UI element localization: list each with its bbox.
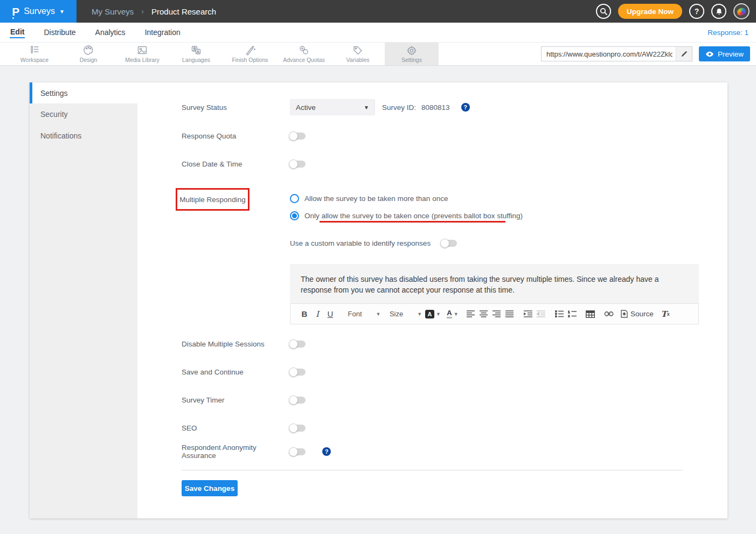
select-caret-icon: ▼ (364, 105, 369, 110)
disable-multiple-sessions-toggle[interactable] (290, 341, 306, 348)
bell-icon (715, 8, 723, 16)
survey-status-label: Survey Status (182, 103, 290, 112)
close-date-toggle[interactable] (290, 161, 306, 168)
save-and-continue-label: Save and Continue (182, 368, 290, 376)
numbered-list-button[interactable]: 12 (566, 307, 579, 321)
custom-variable-toggle[interactable] (441, 240, 457, 247)
close-date-label: Close Date & Time (182, 160, 290, 168)
response-count[interactable]: Response: 1 (708, 29, 748, 37)
toolbar-item-languages[interactable]: Languages (169, 43, 223, 65)
tab-integration[interactable]: Integration (144, 27, 181, 38)
disable-multiple-sessions-row: Disable Multiple Sessions (182, 336, 306, 352)
highlight-icon: A (425, 310, 434, 318)
sidebar-item-security[interactable]: Security (30, 103, 137, 125)
sidebar-item-notifications[interactable]: Notifications (30, 125, 137, 147)
sidebar-rest: Security Notifications (30, 103, 137, 518)
response-quota-label: Response Quota (182, 132, 290, 140)
user-avatar[interactable] (733, 3, 750, 19)
search-button[interactable] (596, 4, 611, 19)
seo-row: SEO (182, 420, 306, 436)
respondent-anonymity-help-icon[interactable]: ? (322, 447, 331, 456)
breadcrumb-parent[interactable]: My Surveys (92, 7, 134, 16)
increase-indent-button[interactable] (522, 307, 535, 321)
align-right-button[interactable] (490, 307, 503, 321)
source-button[interactable]: Source (621, 307, 654, 321)
remove-format-button[interactable]: Tx (659, 307, 672, 321)
survey-url-box (541, 46, 692, 61)
image-icon (136, 45, 148, 56)
rich-text-toolbar: B I U Font▼ Size▼ A▼ A▼ 12 Source Tx (290, 303, 699, 324)
chevron-down-icon: ▼ (454, 311, 459, 317)
notifications-button[interactable] (711, 4, 726, 19)
chevron-down-icon: ▼ (436, 311, 441, 317)
bold-button[interactable]: B (298, 307, 311, 321)
questionpro-logo-icon: P (12, 6, 19, 17)
respondent-anonymity-row: Respondent Anonymity Assurance ? (182, 443, 331, 460)
chevron-down-icon: ▼ (417, 311, 422, 317)
multiple-response-message[interactable]: The owner of this survey has disabled us… (290, 264, 699, 303)
align-left-button[interactable] (464, 307, 477, 321)
highlight-color-button[interactable]: A▼ (425, 307, 441, 321)
toolbar-item-variables[interactable]: Variables (331, 43, 385, 65)
multiple-responding-label: Multiple Responding (179, 196, 245, 204)
insert-table-button[interactable] (584, 307, 597, 321)
align-center-icon (480, 310, 488, 317)
toolbar-item-advance-quotas[interactable]: Advance Quotas (277, 43, 331, 65)
toolbar-item-settings[interactable]: Settings (385, 43, 439, 65)
search-icon (600, 8, 607, 15)
question-mark-icon: ? (695, 7, 699, 16)
align-center-button[interactable] (477, 307, 490, 321)
save-and-continue-row: Save and Continue (182, 364, 306, 380)
align-right-icon (493, 310, 501, 317)
section-nav: Edit Distribute Analytics Integration Re… (0, 23, 756, 43)
tab-analytics[interactable]: Analytics (95, 27, 126, 38)
bullet-list-button[interactable] (553, 307, 566, 321)
tab-edit[interactable]: Edit (10, 26, 25, 38)
settings-sidebar: Settings Security Notifications (30, 82, 137, 518)
avatar-logo-icon (737, 7, 747, 16)
font-dropdown[interactable]: Font▼ (342, 307, 386, 321)
save-and-continue-toggle[interactable] (290, 369, 306, 376)
survey-timer-toggle[interactable] (290, 397, 306, 404)
underline-button[interactable]: U (324, 307, 337, 321)
survey-status-help-icon[interactable]: ? (461, 103, 470, 112)
multiple-responding-option-1[interactable]: Allow the survey to be taken more than o… (290, 190, 448, 206)
pencil-icon (681, 51, 688, 58)
edit-url-button[interactable] (676, 47, 692, 61)
toolbar-item-media-library[interactable]: Media Library (115, 43, 169, 65)
response-quota-toggle[interactable] (290, 133, 306, 140)
save-changes-button[interactable]: Save Changes (182, 480, 238, 496)
chevron-down-icon: ▼ (59, 9, 65, 15)
tab-distribute[interactable]: Distribute (43, 27, 76, 38)
palette-icon (82, 45, 94, 56)
upgrade-now-button[interactable]: Upgrade Now (618, 4, 682, 19)
preview-button[interactable]: Preview (699, 46, 750, 61)
product-switcher[interactable]: P Surveys ▼ (0, 0, 77, 23)
toolbar-item-workspace[interactable]: Workspace (8, 43, 61, 65)
italic-button[interactable]: I (311, 307, 324, 321)
insert-link-button[interactable] (602, 307, 615, 321)
seo-label: SEO (182, 424, 290, 432)
seo-toggle[interactable] (290, 425, 306, 432)
translate-icon (190, 45, 202, 56)
survey-status-row: Survey Status Active ▼ Survey ID: 808081… (182, 99, 470, 115)
respondent-anonymity-toggle[interactable] (290, 448, 306, 455)
survey-id-value: 8080813 (421, 103, 450, 112)
header-actions: Upgrade Now ? (596, 0, 756, 23)
response-quota-row: Response Quota (182, 128, 306, 144)
sidebar-item-settings[interactable]: Settings (30, 82, 137, 103)
custom-variable-label: Use a custom variable to identify respon… (290, 239, 431, 247)
toolbar-item-finish-options[interactable]: Finish Options (223, 43, 277, 65)
text-color-button[interactable]: A▼ (446, 307, 459, 321)
size-dropdown[interactable]: Size▼ (392, 307, 420, 321)
top-header: P Surveys ▼ My Surveys › Product Researc… (0, 0, 756, 23)
toolbar-item-design[interactable]: Design (61, 43, 115, 65)
help-button[interactable]: ? (689, 4, 704, 19)
survey-id-label: Survey ID: (382, 103, 416, 112)
survey-status-select[interactable]: Active ▼ (290, 99, 375, 115)
justify-button[interactable] (503, 307, 516, 321)
svg-text:1: 1 (568, 310, 570, 314)
survey-url-input[interactable] (542, 50, 676, 58)
decrease-indent-button[interactable] (535, 307, 547, 321)
chain-links-icon (298, 45, 310, 56)
